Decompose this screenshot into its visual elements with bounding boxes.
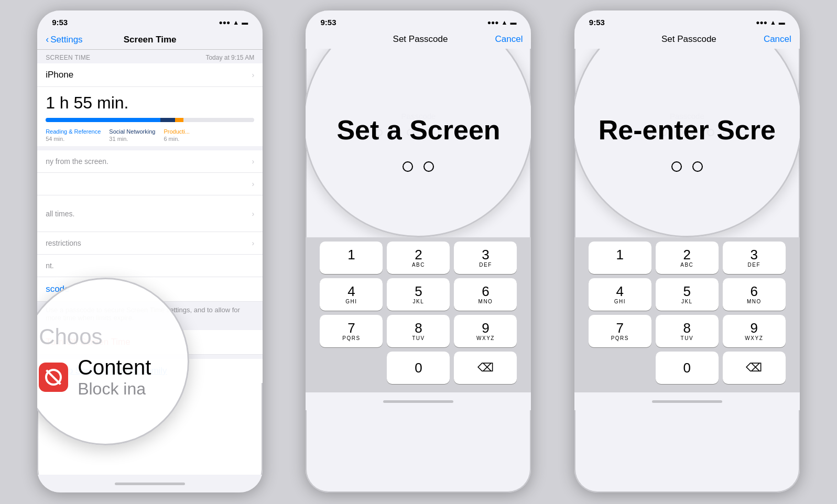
list-item-1[interactable]: ny from the screen. › bbox=[37, 150, 263, 173]
status-bar-1: 9:53 ●●● ▲ ▬ bbox=[37, 10, 263, 30]
key-5-letters-3: JKL bbox=[681, 299, 693, 304]
wifi-icon-1: ▲ bbox=[233, 19, 239, 26]
key-1-3[interactable]: 1 bbox=[589, 242, 651, 274]
key-4-3[interactable]: 4 GHI bbox=[589, 278, 651, 311]
key-2-2[interactable]: 2 ABC bbox=[387, 242, 450, 274]
list-item-text-3: all times. bbox=[46, 210, 74, 218]
key-8-2[interactable]: 8 TUV bbox=[387, 315, 450, 347]
key-0-3[interactable]: 0 bbox=[656, 352, 719, 384]
key-9-letters-3: WXYZ bbox=[745, 335, 763, 341]
key-3-num-2: 3 bbox=[482, 248, 489, 261]
key-1-2[interactable]: 1 bbox=[320, 242, 383, 274]
bar-productivity bbox=[175, 118, 183, 122]
device-row[interactable]: iPhone › bbox=[37, 63, 263, 87]
key-delete-2[interactable]: ⌫ bbox=[454, 352, 517, 384]
key-7-3[interactable]: 7 PQRS bbox=[589, 315, 651, 347]
status-time-2: 9:53 bbox=[320, 18, 336, 27]
delete-icon-2: ⌫ bbox=[477, 361, 494, 375]
zoom-dot-1-3 bbox=[671, 161, 682, 172]
zoom-main-text-2: Set a Screen bbox=[336, 114, 500, 146]
key-4-letters-3: GHI bbox=[614, 299, 626, 304]
key-1-letters-3 bbox=[619, 262, 621, 268]
chevron-right-icon-2: › bbox=[252, 180, 254, 188]
signal-icon-3: ●●● bbox=[756, 19, 767, 26]
numpad-2: 1 2 ABC 3 DEF 4 GHI 5 bbox=[306, 237, 531, 392]
list-item-3[interactable]: all times. › bbox=[37, 195, 263, 232]
cat-reading: Reading & Reference 54 min. bbox=[46, 126, 101, 142]
cat-prod-name: Producti... bbox=[164, 128, 190, 135]
list-item-2[interactable]: › bbox=[37, 173, 263, 195]
device-name: iPhone bbox=[46, 70, 73, 80]
wifi-icon-2: ▲ bbox=[502, 19, 508, 26]
usage-bar bbox=[46, 118, 254, 122]
home-bar-1 bbox=[115, 483, 185, 485]
cat-social-time: 31 min. bbox=[109, 136, 155, 142]
cat-social-name: Social Networking bbox=[109, 128, 155, 135]
key-8-3[interactable]: 8 TUV bbox=[656, 315, 719, 347]
key-6-2[interactable]: 6 MNO bbox=[454, 278, 517, 311]
list-item-4[interactable]: restrictions › bbox=[37, 232, 263, 255]
home-indicator-1 bbox=[37, 475, 263, 492]
iphone-frame-2: 9:53 ●●● ▲ ▬ Set Passcode Cancel Passcod… bbox=[306, 10, 531, 492]
chevron-right-icon-device: › bbox=[252, 71, 254, 79]
cancel-button-3[interactable]: Cancel bbox=[764, 34, 791, 45]
nav-bar-1: ‹ Settings Screen Time bbox=[37, 30, 263, 50]
key-1-letters-2 bbox=[350, 262, 352, 268]
zoom-dot-2-3 bbox=[692, 161, 703, 172]
content-restrictions-icon bbox=[39, 363, 68, 392]
signal-icon-1: ●●● bbox=[219, 19, 231, 26]
key-9-3[interactable]: 9 WXYZ bbox=[723, 315, 786, 347]
passcode-nav-title-3: Set Passcode bbox=[661, 34, 716, 45]
list-item-text-5: nt. bbox=[46, 261, 54, 270]
key-4-2[interactable]: 4 GHI bbox=[320, 278, 383, 311]
key-3-letters-3: DEF bbox=[748, 262, 761, 268]
zoom-dots-3 bbox=[671, 161, 703, 172]
home-indicator-2 bbox=[306, 392, 531, 410]
passcode-nav-2: Set Passcode Cancel bbox=[306, 30, 531, 49]
key-0-num-3: 0 bbox=[683, 361, 691, 375]
key-5-letters-2: JKL bbox=[413, 299, 425, 304]
key-3-2[interactable]: 3 DEF bbox=[454, 242, 517, 274]
cancel-button-2[interactable]: Cancel bbox=[495, 34, 523, 45]
home-indicator-3 bbox=[574, 392, 800, 410]
key-0-2[interactable]: 0 bbox=[387, 352, 450, 384]
passcode-nav-title-2: Set Passcode bbox=[393, 34, 448, 45]
key-delete-3[interactable]: ⌫ bbox=[723, 352, 786, 384]
list-item-text-4: restrictions bbox=[46, 239, 81, 247]
key-7-2[interactable]: 7 PQRS bbox=[320, 315, 383, 347]
zoom-circle-3: Re-enter Scre bbox=[574, 49, 800, 237]
numpad-3: 1 2 ABC 3 DEF 4 GHI 5 bbox=[574, 237, 800, 392]
key-5-num-3: 5 bbox=[683, 284, 691, 298]
zoom-dot-1 bbox=[403, 161, 413, 172]
key-4-num-2: 4 bbox=[347, 284, 355, 298]
battery-icon-2: ▬ bbox=[510, 19, 516, 26]
key-3-letters-2: DEF bbox=[479, 262, 492, 268]
no-symbol-icon bbox=[45, 369, 62, 386]
key-8-num-2: 8 bbox=[415, 321, 422, 335]
key-5-2[interactable]: 5 JKL bbox=[387, 278, 450, 311]
status-time-3: 9:53 bbox=[589, 18, 605, 27]
chevron-left-icon-1: ‹ bbox=[46, 34, 49, 45]
key-8-letters-2: TUV bbox=[412, 335, 425, 341]
screenshots-container: 9:53 ●●● ▲ ▬ ‹ Settings Screen Time SCRE… bbox=[0, 0, 837, 504]
key-2-letters-2: ABC bbox=[412, 262, 425, 268]
back-label-1[interactable]: Settings bbox=[50, 35, 82, 45]
key-5-3[interactable]: 5 JKL bbox=[656, 278, 719, 311]
category-labels: Reading & Reference 54 min. Social Netwo… bbox=[37, 124, 263, 146]
key-2-3[interactable]: 2 ABC bbox=[656, 242, 719, 274]
key-4-num-3: 4 bbox=[616, 284, 624, 298]
wifi-icon-3: ▲ bbox=[770, 19, 776, 26]
numpad-row-1-3: 1 2 ABC 3 DEF bbox=[581, 242, 793, 274]
numpad-row-4-2: 0 ⌫ bbox=[312, 352, 525, 384]
back-button-1[interactable]: ‹ Settings bbox=[46, 34, 82, 45]
key-6-3[interactable]: 6 MNO bbox=[723, 278, 786, 311]
key-9-2[interactable]: 9 WXYZ bbox=[454, 315, 517, 347]
battery-icon-1: ▬ bbox=[242, 19, 248, 26]
key-7-num-2: 7 bbox=[347, 321, 355, 335]
key-2-num-2: 2 bbox=[415, 248, 422, 261]
key-3-3[interactable]: 3 DEF bbox=[723, 242, 786, 274]
cat-productivity: Producti... 6 min. bbox=[164, 126, 190, 142]
key-empty-3 bbox=[589, 352, 651, 384]
list-item-5[interactable]: nt. bbox=[37, 255, 263, 277]
bar-reading bbox=[46, 118, 160, 122]
